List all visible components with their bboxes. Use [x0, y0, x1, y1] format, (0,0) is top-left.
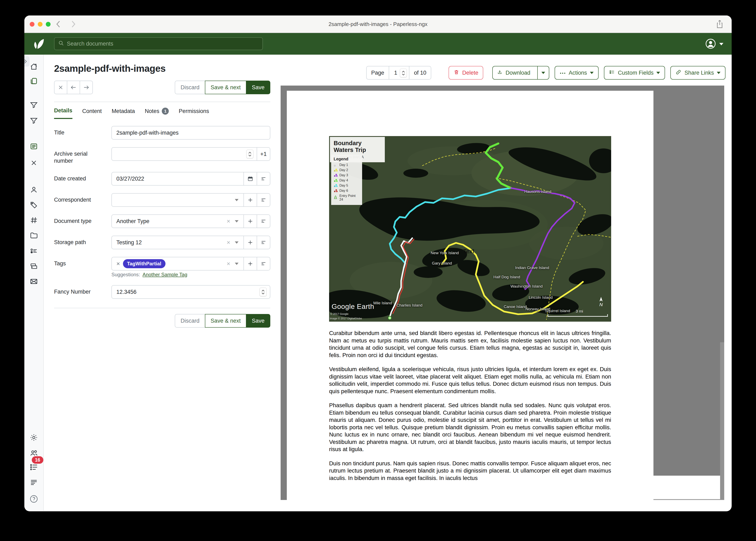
island-label: Washington Island — [510, 284, 543, 288]
sidebar-item-close-all-icon[interactable] — [29, 158, 38, 168]
tab-details[interactable]: Details — [54, 107, 72, 119]
sidebar-item-tags[interactable] — [29, 201, 38, 210]
map-copyright: © 2017 Google — [330, 312, 348, 315]
map-text-annotation: Text — [463, 248, 474, 255]
storage-path-suggestions-button[interactable] — [257, 236, 270, 249]
share-links-button[interactable]: Share Links — [670, 66, 725, 80]
storage-path-select[interactable]: Testing 12 × — [111, 236, 244, 249]
asn-field[interactable] — [111, 147, 257, 161]
sidebar-item-correspondents[interactable] — [29, 185, 38, 195]
remove-tag-icon[interactable]: × — [116, 260, 120, 267]
island-label: Lincoln Island — [529, 295, 553, 300]
sidebar-item-custom-fields[interactable] — [29, 247, 38, 256]
sidebar-item-logs[interactable] — [29, 478, 38, 487]
sidebar-item-document-types[interactable] — [29, 231, 38, 240]
custom-field-input[interactable] — [111, 285, 270, 299]
correspondent-suggestions-button[interactable] — [257, 193, 270, 207]
save-and-next-button[interactable]: Save & next — [205, 81, 247, 94]
sidebar-item-saved-view-2[interactable] — [29, 116, 38, 125]
asn-stepper[interactable] — [246, 150, 253, 158]
legend-item: Entry Point 24 — [334, 194, 360, 202]
date-created-field[interactable] — [111, 172, 244, 186]
map-scale-bar: 3 mi — [548, 316, 608, 317]
doc-nav-group — [54, 81, 93, 94]
title-field[interactable] — [111, 126, 270, 140]
map-legend: Legend Day 1 Day 2 Day 3 Day 4 Day 5 Day… — [331, 155, 362, 205]
save-button[interactable]: Save — [246, 81, 270, 94]
download-options-button[interactable] — [537, 66, 549, 79]
legend-item: Day 1 — [334, 163, 360, 167]
tab-metadata[interactable]: Metadata — [112, 107, 135, 119]
sidebar-item-documents[interactable] — [29, 77, 38, 86]
clear-icon[interactable]: × — [227, 239, 230, 246]
map-copyright-2: Image © 2017 DigitalGlobe — [330, 317, 362, 320]
discard-button[interactable]: Discard — [175, 314, 205, 327]
pdf-preview[interactable]: Boundary Waters Trip Six days in BWCA Le… — [281, 86, 724, 500]
add-tag-button[interactable] — [243, 257, 257, 270]
title-label: Title — [54, 126, 111, 140]
clear-icon[interactable]: × — [227, 260, 230, 267]
storage-path-label: Storage path — [54, 236, 111, 249]
document-type-suggestions-button[interactable] — [257, 215, 270, 228]
download-button[interactable]: Download — [493, 66, 534, 79]
sidebar-item-storage-paths[interactable] — [29, 262, 38, 271]
tag-chip[interactable]: TagWithPartial — [123, 259, 165, 268]
actions-button[interactable]: Actions — [555, 66, 599, 80]
suggestion-tag-link[interactable]: Another Sample Tag — [143, 272, 187, 277]
page-title: 2sample-pdf-with-images — [54, 63, 281, 74]
page-stepper[interactable] — [400, 69, 407, 77]
sidebar-item-tasks[interactable] — [29, 463, 38, 472]
expand-sidebar-button[interactable] — [24, 56, 30, 67]
tab-permissions[interactable]: Permissions — [179, 107, 209, 119]
chevron-down-icon — [235, 199, 239, 201]
island-label: Squirrel Island — [545, 308, 570, 313]
sidebar-item-settings[interactable] — [29, 433, 38, 442]
legend-item: Day 5 — [334, 184, 360, 188]
tags-select[interactable]: × TagWithPartial × — [111, 257, 244, 270]
asn-plus-one-button[interactable]: +1 — [257, 147, 270, 161]
date-suggestions-button[interactable] — [257, 172, 270, 186]
sidebar-item-saved-view-1[interactable] — [29, 101, 38, 110]
save-button[interactable]: Save — [246, 314, 270, 327]
custom-fields-button[interactable]: Custom Fields — [604, 66, 665, 80]
sidebar-item-open-document[interactable] — [29, 142, 38, 151]
tasks-count-badge: 16 — [32, 456, 43, 464]
document-toolbar: Page of 10 — [281, 66, 732, 80]
download-icon — [497, 69, 503, 77]
tab-content[interactable]: Content — [82, 107, 102, 119]
add-correspondent-button[interactable] — [243, 193, 257, 207]
sidebar-item-asn[interactable] — [29, 216, 38, 225]
save-and-next-button[interactable]: Save & next — [205, 314, 247, 327]
correspondent-select[interactable] — [111, 193, 244, 207]
document-type-select[interactable]: Another Type × — [111, 215, 244, 228]
delete-button[interactable]: Delete — [449, 66, 483, 80]
search-placeholder: Search documents — [67, 41, 113, 47]
paperless-logo-icon[interactable] — [29, 36, 45, 52]
add-storage-path-button[interactable] — [243, 236, 257, 249]
island-label: Mile Island — [373, 301, 392, 305]
pdf-paragraph: Phasellus dapibus quam a hendrerit place… — [329, 402, 611, 453]
user-menu[interactable] — [705, 38, 723, 50]
divider — [54, 308, 270, 308]
preview-scroll-corner — [653, 476, 720, 500]
correspondent-label: Correspondent — [54, 193, 111, 207]
document-edit-pane: 2sample-pdf-with-images — [44, 55, 281, 511]
sidebar-item-dashboard[interactable] — [29, 62, 38, 71]
share-icon[interactable] — [716, 20, 724, 30]
page-label: Page — [367, 66, 389, 79]
search-input[interactable]: Search documents — [54, 37, 263, 50]
page-navigation-group: Page of 10 — [366, 66, 431, 80]
tag-suggestions-button[interactable] — [257, 257, 270, 270]
close-document-button[interactable] — [54, 81, 67, 94]
custom-field-stepper[interactable] — [260, 287, 267, 296]
sidebar-item-help[interactable] — [29, 494, 38, 503]
preview-scrollbar-thumb[interactable] — [720, 342, 724, 500]
tab-notes[interactable]: Notes1 — [145, 107, 169, 119]
discard-button[interactable]: Discard — [175, 81, 205, 94]
next-document-button[interactable] — [80, 81, 93, 94]
previous-document-button[interactable] — [67, 81, 80, 94]
add-document-type-button[interactable] — [243, 215, 257, 228]
clear-icon[interactable]: × — [227, 218, 230, 225]
sidebar-item-mail[interactable] — [29, 277, 38, 286]
date-picker-button[interactable] — [243, 172, 257, 186]
